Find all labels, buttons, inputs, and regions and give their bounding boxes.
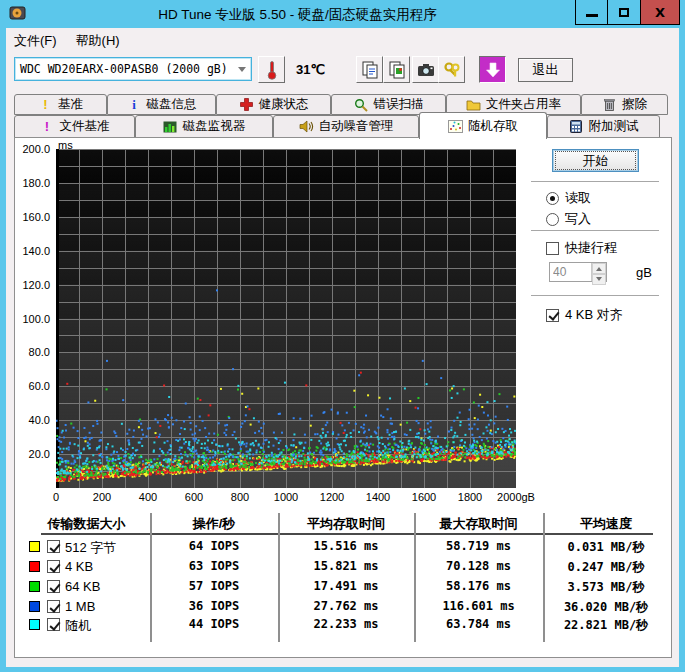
x-axis-tick: 600: [185, 491, 203, 503]
tab-aam[interactable]: 自动噪音管理: [273, 115, 419, 138]
series-checkbox[interactable]: [47, 560, 60, 573]
short-stroke-row[interactable]: 快捷行程: [546, 239, 617, 257]
x-axis-tick: 1000: [274, 491, 298, 503]
close-icon[interactable]: X: [641, 0, 680, 25]
drive-select-value: WDC WD20EARX-00PASB0 (2000 gB): [15, 62, 233, 76]
y-axis-tick: 180.0: [22, 177, 50, 189]
y-axis-tick: 60.0: [29, 380, 50, 392]
y-axis-tick: 160.0: [22, 211, 50, 223]
tab-benchmark[interactable]: ! 基准: [14, 94, 107, 115]
y-axis-tick: 80.0: [29, 346, 50, 358]
series-label: 512 字节: [65, 539, 116, 557]
avg-access-value: 15.821 ms: [278, 559, 414, 573]
plot-area: [56, 149, 516, 488]
stroke-unit-label: gB: [636, 265, 652, 280]
chevron-down-icon: [233, 63, 251, 76]
write-radio[interactable]: [546, 213, 559, 226]
menubar: 文件(F) 帮助(H): [6, 28, 131, 52]
y-axis-tick: 120.0: [22, 279, 50, 291]
short-stroke-checkbox[interactable]: [546, 242, 559, 255]
copy-text-icon: [361, 61, 379, 79]
benchmark-icon: !: [38, 98, 53, 112]
maximize-icon[interactable]: [608, 0, 641, 25]
series-checkbox[interactable]: [47, 600, 60, 613]
stroke-size-stepper: [591, 263, 606, 281]
menu-file[interactable]: 文件(F): [6, 28, 68, 52]
temperature-value: 31℃: [296, 62, 325, 77]
avg-speed-value: 0.031 MB/秒: [543, 539, 669, 556]
tab-erase[interactable]: 擦除: [581, 94, 668, 115]
col-header-max: 最大存取时间: [414, 515, 543, 533]
file-benchmark-icon: !: [40, 120, 55, 134]
start-button[interactable]: 开始: [552, 149, 639, 172]
thermometer-icon: [265, 60, 279, 80]
align-4kb-checkbox[interactable]: [546, 309, 559, 322]
avg-access-value: 27.762 ms: [278, 599, 414, 613]
series-color-swatch: [29, 581, 40, 592]
series-checkbox[interactable]: [47, 540, 60, 553]
tab-label: 文件基准: [60, 118, 110, 135]
x-axis-tick: 200: [93, 491, 111, 503]
tab-random-access[interactable]: 随机存取: [419, 112, 547, 139]
copy-image-button[interactable]: [383, 56, 410, 83]
avg-speed-value: 36.020 MB/秒: [543, 599, 669, 616]
series-checkbox[interactable]: [47, 580, 60, 593]
menu-help[interactable]: 帮助(H): [68, 28, 131, 52]
max-access-value: 63.784 ms: [414, 617, 543, 631]
window-title: HD Tune 专业版 5.50 - 硬盘/固态硬盘实用程序: [40, 6, 555, 24]
read-radio-row[interactable]: 读取: [546, 189, 591, 207]
tab-health[interactable]: 健康状态: [216, 94, 331, 115]
read-radio[interactable]: [546, 192, 559, 205]
tab-label: 错误扫描: [374, 96, 424, 113]
stepper-down-icon[interactable]: [592, 274, 606, 285]
copy-image-icon: [388, 61, 406, 79]
screenshot-camera-icon: [417, 62, 435, 78]
y-axis-tick: 40.0: [29, 414, 50, 426]
write-label: 写入: [565, 210, 591, 228]
titlebar: HD Tune 专业版 5.50 - 硬盘/固态硬盘实用程序 X: [0, 0, 685, 28]
series-color-swatch: [29, 561, 40, 572]
disk-info-icon: i: [127, 98, 142, 112]
align-row[interactable]: 4 KB 对齐: [546, 306, 623, 324]
health-icon: [239, 98, 254, 112]
x-axis-tick: 1600: [412, 491, 436, 503]
tab-file-benchmark[interactable]: ! 文件基准: [14, 115, 135, 138]
series-label: 64 KB: [65, 579, 100, 594]
max-access-value: 58.176 ms: [414, 579, 543, 593]
short-stroke-label: 快捷行程: [565, 239, 617, 257]
tab-label: 擦除: [622, 96, 647, 113]
series-label: 随机: [65, 617, 91, 635]
series-checkbox[interactable]: [47, 618, 60, 631]
x-axis-tick: 400: [139, 491, 157, 503]
stepper-up-icon[interactable]: [592, 263, 606, 274]
max-access-value: 116.601 ms: [414, 599, 543, 613]
stroke-size-input[interactable]: [550, 263, 591, 281]
tab-label: 随机存取: [468, 118, 518, 135]
disk-monitor-icon: [163, 120, 178, 134]
max-access-value: 70.128 ms: [414, 559, 543, 573]
drive-select[interactable]: WDC WD20EARX-00PASB0 (2000 gB): [14, 57, 252, 81]
tab-disk-monitor[interactable]: 磁盘监视器: [135, 115, 273, 138]
copy-text-button[interactable]: [356, 56, 383, 83]
minimize-icon[interactable]: [575, 0, 608, 25]
col-header-transfer-size: 传输数据大小: [23, 515, 150, 533]
avg-speed-value: 0.247 MB/秒: [543, 559, 669, 576]
series-label: 1 MB: [65, 599, 95, 614]
iops-value: 64 IOPS: [150, 539, 278, 553]
aam-icon: [299, 120, 314, 134]
random-access-page: ms 200.0180.0160.0140.0120.0100.080.060.…: [14, 137, 672, 658]
exit-button[interactable]: 退出: [518, 58, 573, 82]
write-radio-row[interactable]: 写入: [546, 210, 591, 228]
temperature-button[interactable]: [258, 56, 285, 83]
save-results-button[interactable]: [479, 56, 506, 83]
series-color-swatch: [29, 619, 40, 630]
tab-label: 磁盘监视器: [183, 118, 246, 135]
folder-usage-icon: [466, 98, 481, 112]
tab-extra-tests[interactable]: 附加测试: [547, 115, 660, 138]
options-button[interactable]: [438, 56, 465, 83]
series-color-swatch: [29, 601, 40, 612]
tab-disk-info[interactable]: i 磁盘信息: [107, 94, 216, 115]
random-access-icon: [448, 119, 463, 133]
screenshot-button[interactable]: [412, 56, 439, 83]
avg-speed-value: 22.821 MB/秒: [543, 617, 669, 634]
